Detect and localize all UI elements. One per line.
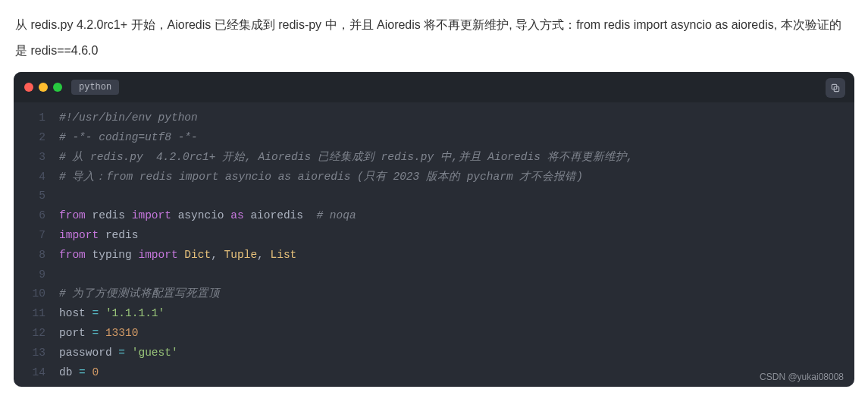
- line-number: 7: [14, 226, 59, 246]
- line-number: 8: [14, 246, 59, 265]
- line-number: 3: [14, 148, 59, 168]
- intro-paragraph: 从 redis.py 4.2.0rc1+ 开始，Aioredis 已经集成到 r…: [0, 0, 868, 72]
- window-titlebar: python: [14, 72, 854, 102]
- minimize-icon[interactable]: [39, 83, 48, 92]
- code-body: 1#!/usr/bin/env python 2# -*- coding=utf…: [14, 102, 854, 387]
- code-line: 5: [14, 187, 854, 206]
- line-number: 13: [14, 344, 59, 363]
- line-number: 6: [14, 206, 59, 226]
- copy-button[interactable]: [826, 78, 845, 98]
- code-line: 13password = 'guest': [14, 344, 854, 363]
- traffic-lights: [24, 83, 62, 92]
- line-number: 1: [14, 108, 59, 128]
- code-line: 3# 从 redis.py 4.2.0rc1+ 开始, Aioredis 已经集…: [14, 148, 854, 168]
- code-line: 2# -*- coding=utf8 -*-: [14, 128, 854, 148]
- maximize-icon[interactable]: [53, 83, 62, 92]
- line-number: 2: [14, 128, 59, 148]
- copy-icon: [830, 83, 841, 93]
- line-number: 5: [14, 187, 59, 206]
- code-line: 11host = '1.1.1.1': [14, 304, 854, 324]
- close-icon[interactable]: [24, 83, 33, 92]
- code-window: python 1#!/usr/bin/env python 2# -*- cod…: [14, 72, 854, 387]
- line-number: 9: [14, 265, 59, 285]
- line-number: 10: [14, 284, 59, 304]
- code-line: 12port = 13310: [14, 324, 854, 344]
- line-number: 4: [14, 168, 59, 187]
- code-line: 6from redis import asyncio as aioredis #…: [14, 206, 854, 226]
- code-line: 14db = 0: [14, 363, 854, 383]
- code-line: 9: [14, 265, 854, 285]
- code-line: 1#!/usr/bin/env python: [14, 108, 854, 128]
- watermark: CSDN @yukai08008: [760, 372, 844, 382]
- line-number: 14: [14, 363, 59, 383]
- line-number: 12: [14, 324, 59, 344]
- code-line: 10# 为了方便测试将配置写死置顶: [14, 284, 854, 304]
- code-line: 7import redis: [14, 226, 854, 246]
- line-number: 11: [14, 304, 59, 324]
- code-line: 8from typing import Dict, Tuple, List: [14, 246, 854, 265]
- code-line: 4# 导入：from redis import asyncio as aiore…: [14, 168, 854, 187]
- language-tab: python: [71, 80, 119, 95]
